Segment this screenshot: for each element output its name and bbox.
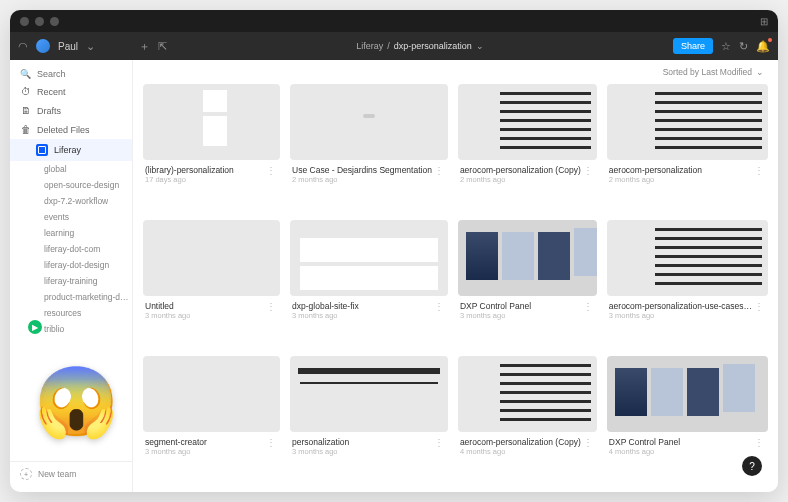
breadcrumb[interactable]: Liferay / dxp-personalization ⌄: [167, 41, 673, 51]
traffic-lights[interactable]: [20, 17, 59, 26]
file-meta: aerocom-personalization-use-cases…3 mont…: [607, 296, 768, 320]
app-window: ⊞ ◠ Paul ⌄ ＋ ⇱ Liferay / dxp-personaliza…: [10, 10, 778, 492]
file-thumbnail[interactable]: [458, 356, 597, 432]
sidebar-folder[interactable]: events: [10, 209, 132, 225]
username[interactable]: Paul: [58, 41, 78, 52]
file-card[interactable]: aerocom-personalization (Copy)2 months a…: [458, 84, 597, 210]
file-thumbnail[interactable]: [458, 220, 597, 296]
file-meta: DXP Control Panel3 months ago⋮: [458, 296, 597, 320]
newteam-label: New team: [38, 469, 76, 479]
sidebar-team-liferay[interactable]: Liferay: [10, 139, 132, 161]
body: 🔍 ⏱ Recent 🗎 Drafts 🗑 Deleted Files Life…: [10, 60, 778, 492]
plus-icon[interactable]: ＋: [139, 39, 150, 54]
chevron-down-icon[interactable]: ⌄: [756, 67, 764, 77]
sidebar-folder[interactable]: learning: [10, 225, 132, 241]
sidebar-folder[interactable]: resources: [10, 305, 132, 321]
sidebar-folder[interactable]: liferay-training: [10, 273, 132, 289]
open-in-new-icon[interactable]: ⇱: [158, 40, 167, 53]
sort-label: Sorted by Last Modified: [663, 67, 752, 77]
file-thumbnail[interactable]: [607, 356, 768, 432]
more-options-icon[interactable]: ⋮: [581, 165, 595, 176]
file-card[interactable]: Untitled3 months ago⋮: [143, 220, 280, 346]
file-grid: (library)-personalization17 days ago⋮Use…: [133, 84, 778, 492]
toolbar-left: ◠ Paul ⌄: [18, 39, 133, 53]
more-options-icon[interactable]: ⋮: [752, 437, 766, 448]
file-card[interactable]: aerocom-personalization2 months ago⋮: [607, 84, 768, 210]
file-card[interactable]: aerocom-personalization-use-cases…3 mont…: [607, 220, 768, 346]
sidebar-folder[interactable]: dxp-7.2-workflow: [10, 193, 132, 209]
chevron-down-icon[interactable]: ⌄: [86, 40, 95, 53]
file-meta: DXP Control Panel4 months ago⋮: [607, 432, 768, 456]
file-meta: segment-creator3 months ago⋮: [143, 432, 280, 456]
file-name: Use Case - Desjardins Segmentation: [292, 165, 432, 175]
file-card[interactable]: aerocom-personalization (Copy)4 months a…: [458, 356, 597, 482]
file-card[interactable]: segment-creator3 months ago⋮: [143, 356, 280, 482]
file-meta: aerocom-personalization (Copy)4 months a…: [458, 432, 597, 456]
chevron-down-icon[interactable]: ⌄: [476, 41, 484, 51]
search[interactable]: 🔍: [10, 66, 132, 82]
sidebar-item-drafts[interactable]: 🗎 Drafts: [10, 101, 132, 120]
more-options-icon[interactable]: ⋮: [264, 437, 278, 448]
sidebar-folder[interactable]: liferay-dot-com: [10, 241, 132, 257]
more-options-icon[interactable]: ⋮: [581, 301, 595, 312]
plus-circle-icon: +: [20, 468, 32, 480]
file-card[interactable]: (library)-personalization17 days ago⋮: [143, 84, 280, 210]
file-card[interactable]: DXP Control Panel3 months ago⋮: [458, 220, 597, 346]
more-options-icon[interactable]: ⋮: [752, 165, 766, 176]
file-meta: dxp-global-site-fix3 months ago⋮: [290, 296, 448, 320]
home-icon[interactable]: ◠: [18, 40, 28, 53]
file-name: (library)-personalization: [145, 165, 234, 175]
search-input[interactable]: [37, 69, 117, 79]
file-thumbnail[interactable]: [458, 84, 597, 160]
file-date: 2 months ago: [460, 175, 581, 184]
file-card[interactable]: personalization3 months ago⋮: [290, 356, 448, 482]
breadcrumb-folder[interactable]: dxp-personalization: [394, 41, 472, 51]
breadcrumb-org[interactable]: Liferay: [356, 41, 383, 51]
file-thumbnail[interactable]: [143, 84, 280, 160]
trash-icon: 🗑: [20, 124, 31, 135]
window-menu-icon[interactable]: ⊞: [760, 16, 768, 27]
more-options-icon[interactable]: ⋮: [432, 165, 446, 176]
file-thumbnail[interactable]: [607, 220, 768, 296]
file-thumbnail[interactable]: [290, 356, 448, 432]
presence-indicator-icon[interactable]: ▶: [28, 320, 42, 334]
sidebar-folder[interactable]: product-marketing-demos: [10, 289, 132, 305]
more-options-icon[interactable]: ⋮: [752, 301, 766, 312]
avatar[interactable]: [36, 39, 50, 53]
more-options-icon[interactable]: ⋮: [264, 301, 278, 312]
more-options-icon[interactable]: ⋮: [581, 437, 595, 448]
bell-icon[interactable]: 🔔: [756, 40, 770, 53]
sidebar-item-deleted[interactable]: 🗑 Deleted Files: [10, 120, 132, 139]
sidebar-folder[interactable]: global: [10, 161, 132, 177]
help-button[interactable]: ?: [742, 456, 762, 476]
sidebar-folder[interactable]: liferay-dot-design: [10, 257, 132, 273]
file-thumbnail[interactable]: [143, 356, 280, 432]
file-meta: personalization3 months ago⋮: [290, 432, 448, 456]
file-name: DXP Control Panel: [609, 437, 680, 447]
file-meta: Use Case - Desjardins Segmentation2 mont…: [290, 160, 448, 184]
file-thumbnail[interactable]: [607, 84, 768, 160]
team-logo-icon: [36, 144, 48, 156]
file-card[interactable]: dxp-global-site-fix3 months ago⋮: [290, 220, 448, 346]
file-date: 3 months ago: [292, 311, 359, 320]
file-date: 2 months ago: [292, 175, 432, 184]
refresh-icon[interactable]: ↻: [739, 40, 748, 53]
sidebar-item-recent[interactable]: ⏱ Recent: [10, 82, 132, 101]
file-thumbnail[interactable]: [290, 84, 448, 160]
file-card[interactable]: Use Case - Desjardins Segmentation2 mont…: [290, 84, 448, 210]
search-icon: 🔍: [20, 69, 31, 79]
sort-bar[interactable]: Sorted by Last Modified ⌄: [133, 60, 778, 84]
sidebar-folder[interactable]: open-source-design: [10, 177, 132, 193]
sidebar: 🔍 ⏱ Recent 🗎 Drafts 🗑 Deleted Files Life…: [10, 60, 133, 492]
more-options-icon[interactable]: ⋮: [432, 437, 446, 448]
new-team-button[interactable]: + New team: [10, 461, 132, 486]
more-options-icon[interactable]: ⋮: [264, 165, 278, 176]
file-name: dxp-global-site-fix: [292, 301, 359, 311]
titlebar: ⊞: [10, 10, 778, 32]
file-thumbnail[interactable]: [290, 220, 448, 296]
file-date: 3 months ago: [292, 447, 349, 456]
more-options-icon[interactable]: ⋮: [432, 301, 446, 312]
star-icon[interactable]: ☆: [721, 40, 731, 53]
file-thumbnail[interactable]: [143, 220, 280, 296]
share-button[interactable]: Share: [673, 38, 713, 54]
